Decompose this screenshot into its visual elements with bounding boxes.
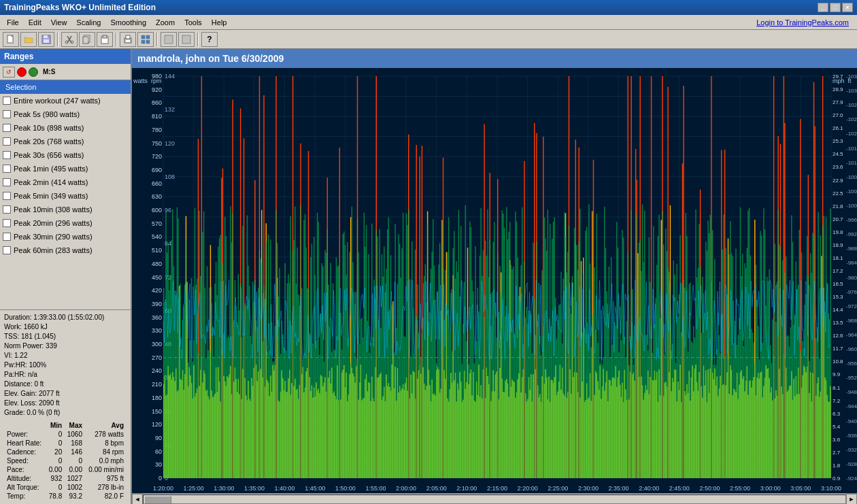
range-item-peak20s[interactable]: Peak 20s (768 watts) [0, 135, 131, 148]
menu-file[interactable]: File [3, 17, 23, 28]
stat-work: Work: 1660 kJ [4, 322, 127, 332]
svg-rect-16 [141, 35, 145, 39]
workout-chart[interactable] [132, 68, 857, 493]
range-checkbox-peak20s[interactable] [3, 137, 11, 146]
scroll-left-button[interactable]: ◄ [132, 494, 143, 505]
range-checkbox-peak5min[interactable] [3, 192, 11, 200]
range-item-peak20min[interactable]: Peak 20min (296 watts) [0, 216, 131, 230]
range-item-peak5min[interactable]: Peak 5min (349 watts) [0, 189, 131, 203]
stat-grade: Grade: 0.0 % (0 ft) [4, 408, 127, 418]
stats-header-min: Min [46, 422, 63, 429]
range-checkbox-peak30min[interactable] [3, 233, 11, 241]
stats-header-max: Max [65, 422, 84, 429]
ranges-refresh[interactable]: ↺ [3, 67, 15, 78]
range-item-peak5s[interactable]: Peak 5s (980 watts) [0, 107, 131, 121]
menu-view[interactable]: View [47, 17, 71, 28]
range-item-peak2min[interactable]: Peak 2min (414 watts) [0, 175, 131, 189]
svg-rect-15 [126, 40, 130, 42]
close-button[interactable]: × [842, 3, 853, 12]
stat-tss: TSS: 181 (1.045) [4, 332, 127, 341]
stat-duration: Duration: 1:39:33.00 (1:55:02.00) [4, 313, 127, 322]
menu-smoothing[interactable]: Smoothing [106, 17, 150, 28]
menu-zoom[interactable]: Zoom [152, 17, 179, 28]
minimize-button[interactable]: _ [818, 3, 828, 12]
maximize-button[interactable]: □ [830, 3, 841, 12]
stats-header-avg: Avg [85, 422, 125, 429]
menu-edit[interactable]: Edit [24, 17, 46, 28]
main-layout: Ranges ↺ M:S Selection Entire workout (2… [0, 49, 857, 504]
range-item-peak1min[interactable]: Peak 1min (495 watts) [0, 162, 131, 175]
ranges-header: Ranges [0, 49, 131, 64]
chart-area: mandrola, john on Tue 6/30/2009 ◄ ► [132, 49, 857, 504]
range-item-peak10min[interactable]: Peak 10min (308 watts) [0, 203, 131, 216]
ranges-title: Ranges [4, 52, 33, 61]
svg-rect-12 [103, 35, 107, 38]
range-checkbox-peak60min[interactable] [3, 246, 11, 254]
stats-row-cadence: Cadence:2014684 rpm [5, 448, 125, 456]
stats-row-torque: Alt Torque:01002278 lb-in [5, 484, 125, 491]
svg-rect-17 [146, 35, 150, 39]
stat-distance: Distance: 0 ft [4, 380, 127, 389]
toolbar-help[interactable]: ? [201, 32, 218, 47]
range-checkbox-peak30s[interactable] [3, 151, 11, 159]
range-item-peak10s[interactable]: Peak 10s (898 watts) [0, 121, 131, 135]
range-item-peak30s[interactable]: Peak 30s (656 watts) [0, 148, 131, 162]
toolbar-copy[interactable] [79, 32, 95, 47]
scroll-track[interactable] [143, 494, 846, 504]
range-checkbox-peak20min[interactable] [3, 219, 11, 227]
range-checkbox-peak1min[interactable] [3, 165, 11, 173]
toolbar-paste[interactable] [97, 32, 113, 47]
menu-scaling[interactable]: Scaling [72, 17, 105, 28]
range-item-selection[interactable]: Selection [0, 80, 131, 94]
toolbar-btn-a[interactable] [161, 32, 177, 47]
toolbar-separator-4 [197, 33, 199, 46]
app-title: TrainingPeaks WKO+ Unlimited Edition [4, 3, 156, 12]
toolbar-open[interactable] [20, 32, 37, 47]
main-toolbar: ? [0, 30, 857, 49]
ms-label: M:S [43, 68, 55, 75]
toolbar-btn-b[interactable] [178, 32, 195, 47]
menu-bar: File Edit View Scaling Smoothing Zoom To… [0, 15, 857, 30]
stats-table: Min Max Avg Power:01060278 watts Heart R… [4, 420, 127, 501]
toolbar-print[interactable] [120, 32, 136, 47]
stat-elev-loss: Elev. Loss: 2090 ft [4, 399, 127, 408]
toolbar-new[interactable] [3, 32, 19, 47]
menu-tools[interactable]: Tools [180, 17, 206, 28]
title-bar: TrainingPeaks WKO+ Unlimited Edition _ □… [0, 0, 857, 15]
stat-vi: VI: 1.22 [4, 351, 127, 360]
stats-row-power: Power:01060278 watts [5, 431, 125, 438]
svg-rect-4 [44, 39, 49, 43]
range-checkbox-entire[interactable] [3, 97, 11, 105]
ranges-red-indicator [17, 67, 27, 77]
stat-pw-hr: Pw:HR: 100% [4, 360, 127, 370]
svg-rect-21 [182, 35, 190, 44]
stats-row-temp: Temp:78.893.282.0 F [5, 492, 125, 500]
menu-help[interactable]: Help [207, 17, 231, 28]
range-item-entire[interactable]: Entire workout (247 watts) [0, 94, 131, 107]
login-link[interactable]: Login to TrainingPeaks.com [756, 18, 849, 27]
chart-canvas-container[interactable] [132, 68, 857, 493]
svg-rect-10 [83, 37, 88, 44]
stats-row-speed: Speed:000.0 mph [5, 457, 125, 465]
chart-scrollbar: ◄ ► [132, 493, 857, 504]
stats-panel: Duration: 1:39:33.00 (1:55:02.00) Work: … [0, 309, 131, 504]
stats-row-altitude: Altitude:9321027975 ft [5, 475, 125, 482]
svg-rect-3 [44, 35, 48, 38]
toolbar-grid[interactable] [137, 32, 154, 47]
scroll-right-button[interactable]: ► [846, 494, 857, 505]
scroll-thumb[interactable] [144, 496, 171, 504]
toolbar-separator-3 [156, 33, 158, 46]
ranges-green-indicator [29, 67, 38, 77]
toolbar-cut[interactable] [61, 32, 78, 47]
range-checkbox-peak10s[interactable] [3, 124, 11, 132]
ranges-toolbar: ↺ M:S [0, 64, 131, 80]
stats-row-pace: Pace:0.000.000.00 min/mi [5, 466, 125, 473]
range-checkbox-peak10min[interactable] [3, 205, 11, 214]
range-item-peak30min[interactable]: Peak 30min (290 watts) [0, 230, 131, 243]
toolbar-separator-2 [116, 33, 117, 46]
range-checkbox-peak5s[interactable] [3, 110, 11, 118]
toolbar-save[interactable] [38, 32, 54, 47]
range-item-peak60min[interactable]: Peak 60min (283 watts) [0, 243, 131, 257]
stat-pa-hr: Pa:HR: n/a [4, 370, 127, 380]
range-checkbox-peak2min[interactable] [3, 178, 11, 186]
